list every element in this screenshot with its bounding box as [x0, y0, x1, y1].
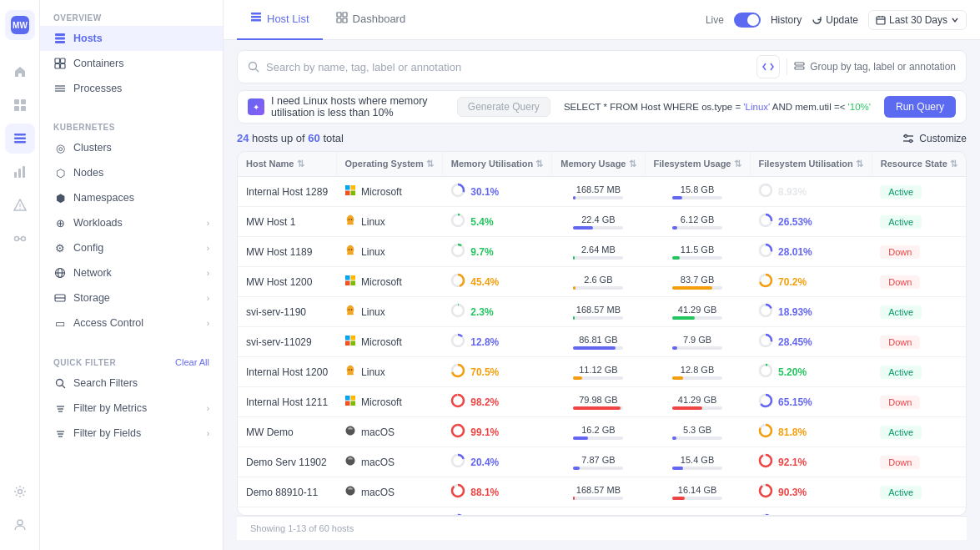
mem-usage-val: 2.64 MB — [581, 245, 616, 255]
svg-rect-90 — [351, 281, 356, 286]
col-cpu-util[interactable]: CPU Utilisation ⇅ — [966, 152, 967, 177]
resource-state-badge: Active — [880, 366, 922, 379]
sidebar-item-network[interactable]: Network › — [40, 260, 223, 285]
svg-point-119 — [760, 365, 771, 376]
os-icon — [344, 485, 356, 499]
sidebar-item-config[interactable]: ⚙ Config › — [40, 235, 223, 260]
sidebar-item-config-label: Config — [73, 242, 103, 254]
sidebar-item-namespaces[interactable]: ⬢ Namespaces — [40, 185, 223, 210]
nav-icon-alert[interactable] — [5, 190, 35, 220]
group-icon — [794, 62, 805, 73]
nav-icon-grid[interactable] — [5, 90, 35, 120]
cell-fs-usage: 11.5 GB — [645, 237, 750, 267]
cell-mem-usage: 22.4 GB — [552, 207, 645, 237]
filter-by-fields-btn[interactable]: Filter by Fields › — [40, 421, 223, 446]
customize-button[interactable]: Customize — [902, 133, 967, 144]
nav-icon-settings[interactable] — [5, 477, 35, 507]
nav-icon-logo[interactable]: MW — [5, 10, 35, 40]
mem-util-circle — [450, 483, 465, 501]
live-toggle[interactable] — [734, 13, 761, 28]
nav-icon-integration[interactable] — [5, 224, 35, 254]
sidebar-item-access-control[interactable]: ▭ Access Control › — [40, 310, 223, 336]
nav-icon-user[interactable] — [5, 510, 35, 540]
search-input[interactable] — [266, 61, 750, 73]
table-row: MW Host 1189 Linux 9.7% 2.64 MB — [238, 237, 967, 267]
code-icon — [762, 63, 774, 71]
cell-mem-usage: 168.57 MB — [552, 177, 645, 207]
os-name: Linux — [361, 246, 385, 258]
cell-host-name: Demo Serv 11902 — [238, 447, 336, 477]
col-fs-util[interactable]: Filesystem Utilisation ⇅ — [750, 152, 872, 177]
os-icon — [344, 184, 356, 199]
os-name: Microsoft — [361, 276, 402, 288]
cell-host-name: Internal Host 1211 — [238, 387, 336, 417]
col-os[interactable]: Operating System ⇅ — [336, 152, 442, 177]
cell-cpu-util: 65.15% — [966, 417, 967, 447]
svg-point-53 — [249, 63, 257, 70]
group-label: Group by tag, label or annotation — [810, 61, 956, 73]
svg-rect-106 — [351, 336, 356, 341]
search-bar: Group by tag, label or annotation — [237, 50, 967, 83]
svg-rect-123 — [345, 396, 350, 401]
sidebar-item-clusters[interactable]: ◎ Clusters — [40, 135, 223, 160]
fs-usage-val: 15.4 GB — [681, 455, 714, 465]
tab-host-list[interactable]: Host List — [237, 0, 323, 40]
code-view-button[interactable] — [756, 55, 780, 78]
nav-icon-chart[interactable] — [5, 157, 35, 187]
generate-query-button[interactable]: Generate Query — [457, 97, 550, 117]
sidebar-item-containers[interactable]: Containers — [40, 51, 223, 76]
cell-fs-util: 8.93% — [750, 177, 872, 207]
fs-usage-val: 16.14 GB — [678, 485, 716, 495]
svg-rect-49 — [877, 17, 885, 24]
cell-cpu-util: 1.08% — [966, 507, 967, 517]
sidebar-item-nodes[interactable]: ⬡ Nodes — [40, 160, 223, 185]
svg-rect-55 — [795, 63, 804, 65]
fs-util-circle — [758, 273, 773, 290]
cell-fs-usage: 41.29 GB — [645, 297, 750, 327]
mem-usage-val: 86.81 GB — [579, 335, 617, 345]
col-resource-state[interactable]: Resource State ⇅ — [872, 152, 966, 177]
mem-usage-val: 22.4 GB — [581, 214, 615, 225]
cell-host-name: Demo 88910-11 — [238, 477, 336, 507]
sidebar-item-workloads[interactable]: ⊕ Workloads › — [40, 210, 223, 235]
search-filters-btn[interactable]: Search Filters — [40, 371, 223, 396]
nav-icon-home[interactable] — [5, 57, 35, 87]
cell-resource-state: Active — [872, 207, 966, 237]
mem-usage-bar — [573, 316, 623, 320]
fs-bar-fill — [672, 346, 677, 350]
cell-mem-util: 20.4% — [442, 447, 551, 477]
cell-mem-usage: 168.57 MB — [552, 507, 645, 517]
sidebar-item-hosts[interactable]: Hosts — [40, 26, 223, 51]
col-fs-usage[interactable]: Filesystem Usage ⇅ — [645, 152, 750, 177]
tab-dashboard[interactable]: Dashboard — [323, 0, 420, 40]
clear-all-btn[interactable]: Clear All — [175, 357, 209, 367]
fs-usage-bar — [672, 406, 722, 410]
svg-point-13 — [19, 208, 21, 209]
mem-usage-val: 168.57 MB — [576, 305, 621, 315]
nav-icon-list[interactable] — [5, 124, 35, 154]
chevron-right-icon: › — [207, 219, 209, 228]
quick-filter-label: QUICK FILTER — [53, 358, 116, 367]
run-query-button[interactable]: Run Query — [884, 96, 956, 118]
table-header-row: Host Name ⇅ Operating System ⇅ Memory Ut… — [238, 152, 967, 177]
mem-util-pct: 9.7% — [470, 246, 493, 258]
containers-icon — [53, 57, 67, 70]
group-by-button[interactable]: Group by tag, label or annotation — [794, 61, 956, 73]
col-mem-util[interactable]: Memory Utilisation ⇅ — [442, 152, 551, 177]
svg-point-128 — [452, 395, 464, 406]
history-button[interactable]: History — [771, 14, 802, 26]
col-mem-usage[interactable]: Memory Usage ⇅ — [552, 152, 645, 177]
sidebar-item-storage[interactable]: Storage › — [40, 285, 223, 310]
cell-mem-util: 20.4% — [442, 507, 551, 517]
clusters-icon: ◎ — [53, 141, 67, 154]
filter-by-metrics-btn[interactable]: Filter by Metrics › — [40, 396, 223, 421]
os-name: Linux — [361, 306, 385, 318]
fs-util-pct: 70.2% — [778, 276, 807, 288]
update-button[interactable]: Update — [812, 14, 858, 26]
cell-fs-util: 81.8% — [750, 417, 872, 447]
last-days-button[interactable]: Last 30 Days — [868, 10, 967, 30]
col-host-name[interactable]: Host Name ⇅ — [238, 152, 336, 177]
resource-state-badge: Active — [880, 426, 922, 439]
fs-util-pct: 8.93% — [778, 186, 807, 198]
sidebar-item-processes[interactable]: Processes — [40, 76, 223, 101]
